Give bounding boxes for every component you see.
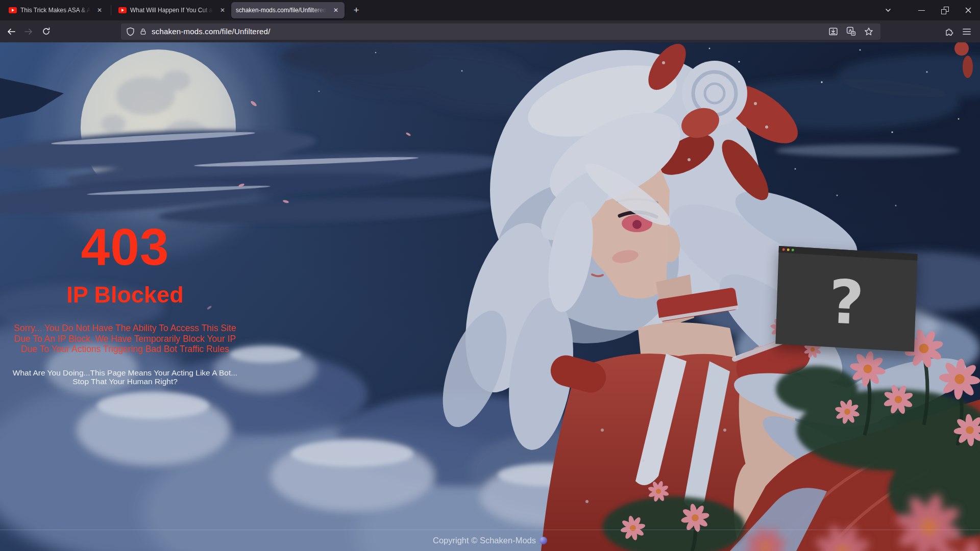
page-footer: Copyright © Schaken-Mods: [0, 530, 980, 551]
restore-button[interactable]: [933, 0, 957, 20]
tab-close-button[interactable]: ✕: [218, 6, 227, 15]
hamburger-menu-icon: [963, 28, 971, 35]
youtube-favicon: [118, 7, 127, 13]
youtube-favicon: [9, 7, 17, 13]
bookmark-button[interactable]: [862, 25, 875, 38]
tab-active-schaken-mods[interactable]: schaken-mods.com/file/Unfiltered/ ✕: [231, 2, 345, 18]
reload-button[interactable]: [38, 23, 54, 40]
download-icon: [828, 27, 838, 36]
error-code: 403: [3, 221, 248, 273]
traffic-light-red-icon: [782, 248, 785, 251]
url-text: schaken-mods.com/file/Unfiltered/: [152, 27, 271, 36]
back-arrow-icon: [7, 28, 16, 36]
error-message-primary: Sorry... You Do Not Have The Ability To …: [3, 323, 248, 355]
puzzle-piece-icon: [945, 27, 954, 36]
tab-youtube-1[interactable]: This Trick Makes ASA & ABS 3D ✕: [4, 2, 108, 18]
url-bar[interactable]: schaken-mods.com/file/Unfiltered/ A: [121, 23, 880, 40]
traffic-light-yellow-icon: [787, 248, 790, 251]
tab-youtube-2[interactable]: What Will Happen If You Cut a B ✕: [114, 2, 231, 18]
tab-separator: [111, 5, 111, 15]
minimize-icon: [918, 10, 925, 11]
reload-icon: [42, 27, 51, 36]
copyright-text: Copyright © Schaken-Mods: [433, 536, 536, 545]
error-message-secondary: What Are You Doing...This Page Means You…: [3, 368, 248, 386]
tracking-protection-shield-icon: [126, 27, 135, 36]
traffic-light-green-icon: [792, 248, 794, 251]
tab-title: schaken-mods.com/file/Unfiltered/: [236, 7, 328, 14]
tab-close-button[interactable]: ✕: [95, 6, 104, 15]
extensions-button[interactable]: [941, 23, 958, 40]
close-icon: [965, 7, 972, 14]
translate-icon: A: [846, 27, 856, 36]
tab-close-button[interactable]: ✕: [332, 6, 340, 15]
navigation-toolbar: schaken-mods.com/file/Unfiltered/ A: [0, 20, 980, 42]
minimize-button[interactable]: [910, 0, 933, 20]
star-icon: [864, 27, 873, 36]
chevron-down-icon: [885, 7, 892, 14]
forward-arrow-icon: [24, 28, 33, 36]
forward-button[interactable]: [20, 23, 37, 40]
community-badge-icon: [540, 537, 547, 544]
tab-bar: This Trick Makes ASA & ABS 3D ✕ What Wil…: [0, 0, 980, 20]
page-content: 403 IP Blocked Sorry... You Do Not Have …: [0, 42, 980, 551]
app-menu-button[interactable]: [959, 23, 975, 40]
tab-title: What Will Happen If You Cut a B: [130, 7, 215, 14]
translate-button[interactable]: A: [844, 25, 857, 38]
downloads-button[interactable]: [826, 25, 840, 38]
tab-title: This Trick Makes ASA & ABS 3D: [20, 7, 92, 14]
error-title: IP Blocked: [3, 283, 248, 306]
question-mark-icon: ?: [828, 271, 865, 333]
list-all-tabs-button[interactable]: [880, 2, 896, 18]
error-block: 403 IP Blocked Sorry... You Do Not Have …: [3, 221, 248, 386]
new-tab-button[interactable]: +: [349, 3, 364, 18]
placeholder-body: ?: [775, 253, 917, 352]
close-window-button[interactable]: [957, 0, 980, 20]
back-button[interactable]: [3, 23, 19, 40]
restore-icon: [941, 7, 949, 14]
broken-image-placeholder: ?: [775, 246, 917, 352]
lock-icon: [139, 28, 147, 36]
